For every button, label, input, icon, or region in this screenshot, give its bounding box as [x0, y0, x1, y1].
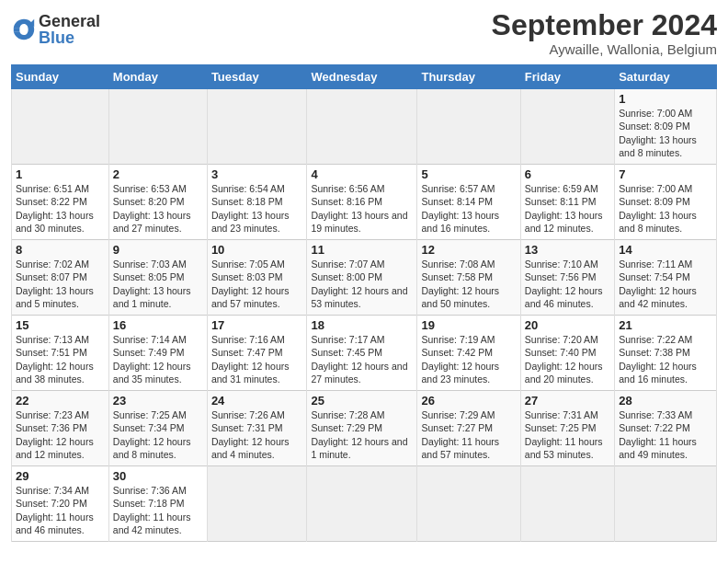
day-info: Sunrise: 6:59 AMSunset: 8:11 PMDaylight:…	[525, 182, 610, 235]
calendar-cell: 29Sunrise: 7:34 AMSunset: 7:20 PMDayligh…	[12, 466, 109, 542]
day-info: Sunrise: 6:57 AMSunset: 8:14 PMDaylight:…	[421, 182, 516, 235]
day-info: Sunrise: 7:14 AMSunset: 7:49 PMDaylight:…	[113, 333, 203, 385]
day-number: 13	[525, 243, 610, 257]
day-info: Sunrise: 7:00 AMSunset: 8:09 PMDaylight:…	[619, 182, 712, 235]
calendar-cell: 30Sunrise: 7:36 AMSunset: 7:18 PMDayligh…	[108, 466, 207, 542]
day-number: 18	[311, 318, 413, 332]
day-info: Sunrise: 7:28 AMSunset: 7:29 PMDaylight:…	[311, 408, 413, 461]
calendar-cell: 5Sunrise: 6:57 AMSunset: 8:14 PMDaylight…	[417, 165, 520, 240]
calendar-cell: 6Sunrise: 6:59 AMSunset: 8:11 PMDaylight…	[520, 165, 614, 240]
day-number: 3	[211, 167, 303, 181]
logo-blue-text: Blue	[39, 29, 100, 46]
calendar-cell: 4Sunrise: 6:56 AMSunset: 8:16 PMDaylight…	[307, 165, 417, 240]
calendar-cell: 20Sunrise: 7:20 AMSunset: 7:40 PMDayligh…	[520, 316, 614, 391]
day-number: 24	[211, 394, 303, 408]
day-number: 20	[525, 318, 610, 332]
month-title: September 2024	[492, 9, 717, 41]
day-info: Sunrise: 6:53 AMSunset: 8:20 PMDaylight:…	[113, 182, 203, 235]
day-info: Sunrise: 7:36 AMSunset: 7:18 PMDaylight:…	[113, 484, 203, 536]
calendar-cell: 28Sunrise: 7:33 AMSunset: 7:22 PMDayligh…	[615, 391, 717, 466]
header-row: Sunday Monday Tuesday Wednesday Thursday…	[12, 65, 717, 89]
calendar-week-2: 8Sunrise: 7:02 AMSunset: 8:07 PMDaylight…	[12, 240, 717, 316]
calendar-cell	[12, 89, 109, 165]
day-info: Sunrise: 7:16 AMSunset: 7:47 PMDaylight:…	[211, 333, 303, 385]
day-number: 16	[113, 318, 203, 332]
day-info: Sunrise: 7:25 AMSunset: 7:34 PMDaylight:…	[113, 408, 203, 461]
day-info: Sunrise: 7:31 AMSunset: 7:25 PMDaylight:…	[525, 408, 610, 461]
main-container: General Blue September 2024 Aywaille, Wa…	[0, 0, 728, 549]
calendar-cell: 19Sunrise: 7:19 AMSunset: 7:42 PMDayligh…	[417, 316, 520, 391]
col-wednesday: Wednesday	[307, 65, 417, 89]
day-info: Sunrise: 6:54 AMSunset: 8:18 PMDaylight:…	[211, 182, 303, 235]
calendar-cell: 26Sunrise: 7:29 AMSunset: 7:27 PMDayligh…	[417, 391, 520, 466]
day-number: 26	[421, 394, 516, 408]
calendar-week-5: 29Sunrise: 7:34 AMSunset: 7:20 PMDayligh…	[12, 466, 717, 542]
day-info: Sunrise: 7:11 AMSunset: 7:54 PMDaylight:…	[619, 258, 712, 310]
calendar-cell: 17Sunrise: 7:16 AMSunset: 7:47 PMDayligh…	[207, 316, 307, 391]
calendar-cell: 21Sunrise: 7:22 AMSunset: 7:38 PMDayligh…	[615, 316, 717, 391]
title-section: September 2024 Aywaille, Wallonia, Belgi…	[492, 9, 717, 57]
calendar-cell: 18Sunrise: 7:17 AMSunset: 7:45 PMDayligh…	[307, 316, 417, 391]
calendar-cell	[108, 89, 207, 165]
calendar-cell	[207, 466, 307, 542]
calendar-cell: 14Sunrise: 7:11 AMSunset: 7:54 PMDayligh…	[615, 240, 717, 316]
day-info: Sunrise: 7:20 AMSunset: 7:40 PMDaylight:…	[525, 333, 610, 385]
day-number: 25	[311, 394, 413, 408]
day-number: 1	[16, 167, 105, 181]
calendar-cell: 25Sunrise: 7:28 AMSunset: 7:29 PMDayligh…	[307, 391, 417, 466]
day-number: 9	[113, 243, 203, 257]
day-info: Sunrise: 6:51 AMSunset: 8:22 PMDaylight:…	[16, 182, 105, 235]
day-info: Sunrise: 7:02 AMSunset: 8:07 PMDaylight:…	[16, 258, 105, 310]
day-number: 28	[619, 394, 712, 408]
calendar-cell: 27Sunrise: 7:31 AMSunset: 7:25 PMDayligh…	[520, 391, 614, 466]
day-number: 5	[421, 167, 516, 181]
day-info: Sunrise: 7:22 AMSunset: 7:38 PMDaylight:…	[619, 333, 712, 385]
calendar-cell: 11Sunrise: 7:07 AMSunset: 8:00 PMDayligh…	[307, 240, 417, 316]
day-info: Sunrise: 7:34 AMSunset: 7:20 PMDaylight:…	[16, 484, 105, 536]
col-sunday: Sunday	[12, 65, 109, 89]
calendar-cell: 2Sunrise: 6:53 AMSunset: 8:20 PMDaylight…	[108, 165, 207, 240]
calendar-cell: 1Sunrise: 7:00 AMSunset: 8:09 PMDaylight…	[615, 89, 717, 165]
calendar-cell: 1Sunrise: 6:51 AMSunset: 8:22 PMDaylight…	[12, 165, 109, 240]
calendar-cell: 8Sunrise: 7:02 AMSunset: 8:07 PMDaylight…	[12, 240, 109, 316]
day-number: 7	[619, 167, 712, 181]
day-info: Sunrise: 6:56 AMSunset: 8:16 PMDaylight:…	[311, 182, 413, 235]
calendar-cell	[417, 466, 520, 542]
calendar-cell: 9Sunrise: 7:03 AMSunset: 8:05 PMDaylight…	[108, 240, 207, 316]
day-number: 29	[16, 469, 105, 483]
day-info: Sunrise: 7:13 AMSunset: 7:51 PMDaylight:…	[16, 333, 105, 385]
calendar-cell: 16Sunrise: 7:14 AMSunset: 7:49 PMDayligh…	[108, 316, 207, 391]
day-info: Sunrise: 7:03 AMSunset: 8:05 PMDaylight:…	[113, 258, 203, 310]
location: Aywaille, Wallonia, Belgium	[492, 41, 717, 57]
day-info: Sunrise: 7:17 AMSunset: 7:45 PMDaylight:…	[311, 333, 413, 385]
calendar-cell: 22Sunrise: 7:23 AMSunset: 7:36 PMDayligh…	[12, 391, 109, 466]
calendar-cell	[307, 466, 417, 542]
col-saturday: Saturday	[615, 65, 717, 89]
day-number: 12	[421, 243, 516, 257]
calendar-cell: 12Sunrise: 7:08 AMSunset: 7:58 PMDayligh…	[417, 240, 520, 316]
calendar-week-1: 1Sunrise: 6:51 AMSunset: 8:22 PMDaylight…	[12, 165, 717, 240]
col-friday: Friday	[520, 65, 614, 89]
day-info: Sunrise: 7:08 AMSunset: 7:58 PMDaylight:…	[421, 258, 516, 310]
calendar-cell	[307, 89, 417, 165]
logo-text: General Blue	[39, 13, 100, 46]
day-info: Sunrise: 7:33 AMSunset: 7:22 PMDaylight:…	[619, 408, 712, 461]
calendar-week-0: 1Sunrise: 7:00 AMSunset: 8:09 PMDaylight…	[12, 89, 717, 165]
calendar-cell: 7Sunrise: 7:00 AMSunset: 8:09 PMDaylight…	[615, 165, 717, 240]
logo-general-text: General	[39, 13, 100, 29]
day-number: 10	[211, 243, 303, 257]
col-tuesday: Tuesday	[207, 65, 307, 89]
logo-icon	[11, 17, 37, 42]
day-info: Sunrise: 7:05 AMSunset: 8:03 PMDaylight:…	[211, 258, 303, 310]
calendar-week-3: 15Sunrise: 7:13 AMSunset: 7:51 PMDayligh…	[12, 316, 717, 391]
calendar-cell	[417, 89, 520, 165]
day-number: 4	[311, 167, 413, 181]
col-monday: Monday	[108, 65, 207, 89]
header: General Blue September 2024 Aywaille, Wa…	[11, 9, 717, 57]
calendar-cell	[520, 466, 614, 542]
day-info: Sunrise: 7:00 AMSunset: 8:09 PMDaylight:…	[619, 107, 712, 159]
day-number: 21	[619, 318, 712, 332]
calendar-cell	[207, 89, 307, 165]
col-thursday: Thursday	[417, 65, 520, 89]
calendar-cell: 23Sunrise: 7:25 AMSunset: 7:34 PMDayligh…	[108, 391, 207, 466]
